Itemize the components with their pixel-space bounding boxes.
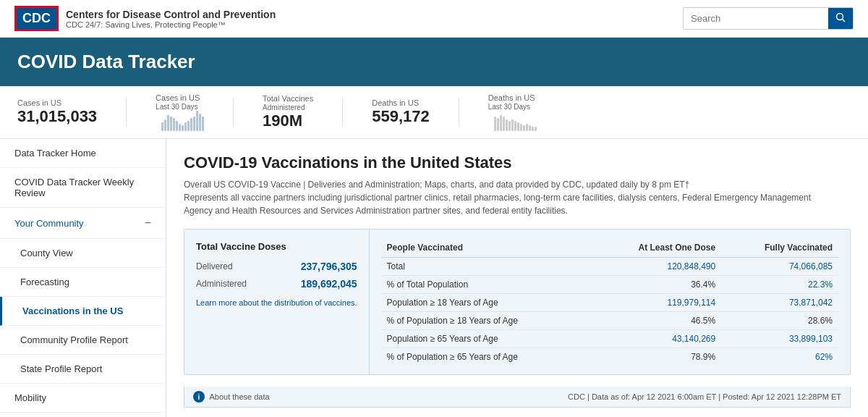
sidebar-item-vaccinations-us[interactable]: Vaccinations in the US [0,297,166,326]
sidebar-item-forecasting[interactable]: Forecasting [0,268,166,297]
sidebar-item-pandemic-vulnerability[interactable]: Pandemic Vulnerability Index [0,413,166,417]
vaccinated-table: People Vaccinated At Least One Dose Full… [370,229,850,374]
search-bar[interactable] [683,7,854,30]
administered-label: Administered [196,279,247,289]
sidebar-item-community-profile-report[interactable]: Community Profile Report [0,326,166,355]
svg-line-1 [843,20,846,22]
table-row: Population ≥ 65 Years of Age43,140,26933… [381,330,838,348]
main-layout: Data Tracker Home COVID Data Tracker Wee… [0,139,868,417]
delivered-label: Delivered [196,261,233,271]
stat-vaccines: Total VaccinesAdministered 190M [263,94,313,130]
table-row: Population ≥ 18 Years of Age119,979,1147… [381,294,838,312]
table-row: % of Total Population36.4%22.3% [381,276,838,294]
cdc-logo: CDC Centers for Disease Control and Prev… [14,6,276,31]
fully-vaccinated-value: 74,066,085 [721,258,838,276]
row-label: Total [381,258,591,276]
fully-vaccinated-value: 28.6% [721,312,838,330]
about-data[interactable]: i About these data [193,391,270,403]
row-label: % of Population ≥ 18 Years of Age [381,312,591,330]
stat-deaths: Deaths in US 559,172 [372,98,430,126]
fully-vaccinated-value: 22.3% [721,276,838,294]
sidebar-item-mobility[interactable]: Mobility [0,384,166,413]
stat-divider-2 [233,98,234,127]
fully-vaccinated-value: 73,871,042 [721,294,838,312]
delivered-value: 237,796,305 [301,261,357,272]
learn-more-link[interactable]: Learn more about the distribution of vac… [196,298,357,307]
data-source: CDC | Data as of: Apr 12 2021 6:00am ET … [568,392,841,401]
stat-cases: Cases in US 31,015,033 [17,98,97,126]
svg-point-0 [837,14,843,20]
table-row: Total120,848,49074,066,085 [381,258,838,276]
col-one-dose-header: At Least One Dose [591,238,721,258]
cdc-logo-text: Centers for Disease Control and Preventi… [66,9,276,29]
col-fully-header: Fully Vaccinated [721,238,838,258]
info-icon: i [193,391,205,403]
deaths-sparkline [494,111,537,131]
one-dose-value: 119,979,114 [591,294,721,312]
fully-vaccinated-value: 62% [721,348,838,366]
sidebar: Data Tracker Home COVID Data Tracker Wee… [0,139,166,417]
col-people-header: People Vaccinated [381,238,591,258]
page-description: Overall US COVID-19 Vaccine | Deliveries… [184,178,835,217]
one-dose-value: 78.9% [591,348,721,366]
delivered-row: Delivered 237,796,305 [196,261,357,272]
data-section: Total Vaccine Doses Delivered 237,796,30… [184,229,851,375]
header-banner: COVID Data Tracker [0,38,868,86]
app-title: COVID Data Tracker [17,51,195,72]
vaccine-doses-title: Total Vaccine Doses [196,241,357,252]
one-dose-value: 36.4% [591,276,721,294]
row-label: % of Population ≥ 65 Years of Age [381,348,591,366]
page-title: COVID-19 Vaccinations in the United Stat… [184,153,851,172]
deaths-value: 559,172 [372,107,430,126]
one-dose-value: 46.5% [591,312,721,330]
search-button[interactable] [828,8,853,29]
stat-cases-chart: Cases in USLast 30 Days [156,93,204,131]
top-bar: CDC Centers for Disease Control and Prev… [0,0,868,38]
vaccines-value: 190M [263,111,313,130]
one-dose-value: 43,140,269 [591,330,721,348]
sidebar-item-weekly-review[interactable]: COVID Data Tracker Weekly Review [0,168,166,208]
stats-bar: Cases in US 31,015,033 Cases in USLast 3… [0,86,868,139]
sidebar-item-state-profile-report[interactable]: State Profile Report [0,355,166,384]
fully-vaccinated-value: 33,899,103 [721,330,838,348]
sidebar-item-data-tracker-home[interactable]: Data Tracker Home [0,139,166,168]
stat-divider-4 [459,98,459,127]
cases-value: 31,015,033 [17,107,97,126]
row-label: Population ≥ 18 Years of Age [381,294,591,312]
stat-deaths-chart: Deaths in USLast 30 Days [488,93,537,131]
sidebar-item-county-view[interactable]: County View [0,239,166,268]
row-label: Population ≥ 65 Years of Age [381,330,591,348]
collapse-icon: − [145,216,151,229]
sidebar-item-your-community[interactable]: Your Community − [0,208,166,239]
administered-row: Administered 189,692,045 [196,278,357,290]
cases-sparkline [161,111,204,131]
content-area: COVID-19 Vaccinations in the United Stat… [166,139,868,417]
table-row: % of Population ≥ 18 Years of Age46.5%28… [381,312,838,330]
one-dose-value: 120,848,490 [591,258,721,276]
table-row: % of Population ≥ 65 Years of Age78.9%62… [381,348,838,366]
stat-divider-3 [342,98,343,127]
row-label: % of Total Population [381,276,591,294]
search-input[interactable] [684,9,828,28]
vaccine-doses-card: Total Vaccine Doses Delivered 237,796,30… [184,229,370,374]
data-footer: i About these data CDC | Data as of: Apr… [184,387,851,408]
cdc-logo-box: CDC [14,6,59,31]
administered-value: 189,692,045 [301,278,357,290]
stat-divider-1 [126,98,127,127]
